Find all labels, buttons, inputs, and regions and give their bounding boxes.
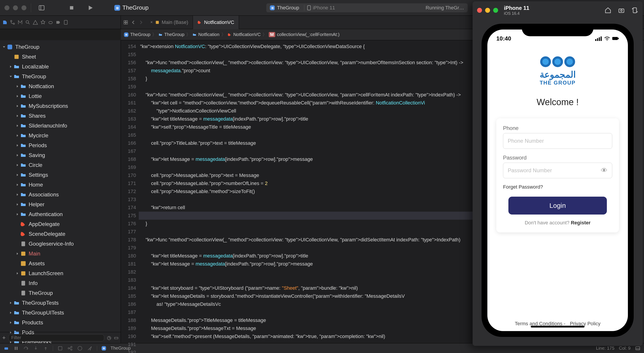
tab-notification-vc[interactable]: NotficationVC [193, 16, 239, 29]
window-traffic-lights[interactable] [4, 5, 26, 10]
svg-rect-20 [21, 252, 26, 256]
tree-row[interactable]: Googleservice-Info [0, 239, 120, 249]
project-icon: ▦ [114, 5, 120, 11]
sidebar-toggle-icon[interactable] [38, 4, 45, 11]
app-logo-icon [540, 56, 575, 67]
sim-close-icon[interactable] [477, 8, 482, 13]
back-icon[interactable] [131, 20, 136, 25]
issue-navigator-icon[interactable] [33, 20, 38, 25]
find-navigator-icon[interactable] [25, 20, 30, 25]
login-button[interactable]: Login [508, 197, 607, 214]
report-navigator-icon[interactable] [63, 20, 68, 25]
device-icon [307, 5, 311, 10]
sim-minimize-icon[interactable] [485, 8, 490, 13]
tree-row[interactable]: Localizable [0, 62, 120, 72]
tree-row[interactable]: Associations [0, 190, 120, 200]
tree-row[interactable]: Info [0, 278, 120, 288]
related-items-icon[interactable] [123, 20, 128, 25]
svg-rect-25 [4, 348, 8, 350]
filter-input[interactable] [8, 334, 104, 341]
svg-rect-34 [633, 8, 636, 13]
project-navigator-icon[interactable] [2, 20, 8, 25]
tree-row[interactable]: TheGroupTests [0, 298, 120, 308]
stop-button[interactable] [68, 4, 75, 11]
scm-filter-icon[interactable]: ▭ [114, 335, 118, 341]
scheme-selector[interactable]: ▦ TheGroup iPhone 11 Running TheGr… [266, 3, 468, 12]
tree-row[interactable]: Mycircle [0, 131, 120, 140]
tree-row[interactable]: MySubscriptions [0, 101, 120, 111]
tree-row[interactable]: Circle [0, 160, 120, 170]
step-into-icon[interactable] [33, 346, 38, 351]
svg-rect-19 [22, 242, 25, 246]
source-control-navigator-icon[interactable] [10, 20, 15, 25]
console-toggle-icon[interactable] [635, 346, 640, 351]
add-icon[interactable]: + [2, 334, 6, 341]
rotate-icon[interactable] [632, 7, 638, 14]
tree-row[interactable]: LaunchScreen [0, 268, 120, 278]
tree-row[interactable]: Sheet [0, 52, 120, 62]
home-icon[interactable] [604, 7, 611, 14]
step-out-icon[interactable] [43, 346, 48, 351]
tree-row[interactable]: Saving [0, 150, 120, 160]
tree-row[interactable]: TheGroup [0, 42, 120, 52]
tree-row[interactable]: Settings [0, 170, 120, 180]
tab-main-base[interactable]: × Main (Base) [146, 16, 193, 29]
line-gutter: 1541551561571581591601611621631641651661… [121, 40, 139, 343]
tree-row[interactable]: Lottie [0, 91, 120, 101]
tree-row[interactable]: Products [0, 318, 120, 328]
project-chip[interactable]: ▦ TheGroup [114, 4, 148, 11]
svg-point-6 [13, 23, 14, 24]
environment-icon[interactable] [77, 346, 82, 351]
memory-graph-icon[interactable] [67, 346, 73, 351]
scheme-device[interactable]: iPhone 11 [304, 5, 335, 11]
tree-row[interactable]: Helper [0, 200, 120, 210]
tree-row[interactable]: TheGroup [0, 72, 120, 82]
svg-rect-40 [613, 38, 617, 39]
tree-row[interactable]: Assets [0, 258, 120, 268]
device-frame: 10:40 المجموعة THE GROUP Welcome ! Phone… [482, 24, 634, 337]
tree-row[interactable]: Authentication [0, 210, 120, 219]
recent-icon[interactable]: ◷ [107, 335, 111, 341]
test-navigator-icon[interactable] [40, 20, 46, 25]
location-icon[interactable] [87, 346, 92, 351]
navigator-selector [0, 16, 121, 29]
toggle-debug-icon[interactable] [4, 346, 9, 351]
debug-view-icon[interactable] [58, 346, 63, 351]
storyboard-icon [155, 20, 160, 24]
home-indicator[interactable] [531, 326, 584, 328]
svg-rect-37 [599, 37, 600, 41]
step-over-icon[interactable] [23, 346, 29, 351]
tree-row[interactable]: Notfication [0, 82, 120, 91]
register-link[interactable]: Register [571, 220, 590, 226]
symbol-navigator-icon[interactable] [18, 20, 23, 25]
minimize-window-icon[interactable] [13, 5, 18, 10]
close-window-icon[interactable] [4, 5, 10, 10]
close-tab-icon[interactable]: × [150, 20, 153, 24]
zoom-window-icon[interactable] [22, 5, 26, 10]
pause-icon[interactable] [14, 346, 19, 351]
tree-row[interactable]: Main [0, 249, 120, 258]
simulator-traffic-lights[interactable] [477, 8, 498, 13]
tree-row[interactable]: TheGroupUITests [0, 308, 120, 318]
tree-row[interactable]: TheGroup [0, 288, 120, 298]
logo-arabic: المجموعة [540, 69, 576, 80]
forward-icon[interactable] [138, 20, 144, 25]
tree-row[interactable]: SliderlanuchInfo [0, 121, 120, 131]
device-screen[interactable]: 10:40 المجموعة THE GROUP Welcome ! Phone… [487, 30, 628, 331]
debug-navigator-icon[interactable] [48, 20, 53, 25]
tree-row[interactable]: Shares [0, 111, 120, 121]
breakpoint-navigator-icon[interactable] [56, 20, 61, 25]
run-button[interactable] [87, 4, 94, 11]
sim-zoom-icon[interactable] [493, 8, 498, 13]
tree-row[interactable]: Periods [0, 140, 120, 150]
screenshot-icon[interactable] [618, 7, 625, 14]
eye-icon[interactable]: 👁 [601, 167, 608, 174]
project-navigator: TheGroupSheetLocalizableTheGroupNotficat… [0, 40, 121, 343]
tree-row[interactable]: SceneDelegate [0, 229, 120, 239]
forget-password-link[interactable]: Forget Password? [503, 184, 612, 190]
tree-row[interactable]: AppDelegate [0, 219, 120, 229]
password-input[interactable]: Password Number 👁 [503, 163, 612, 178]
tree-row[interactable]: Home [0, 180, 120, 190]
phone-input[interactable]: Phone Number [503, 133, 612, 149]
svg-point-33 [620, 10, 622, 12]
